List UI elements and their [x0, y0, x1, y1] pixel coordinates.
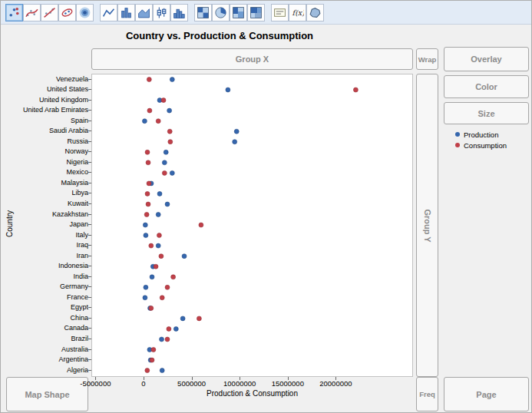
consumption-point[interactable] — [168, 140, 173, 144]
consumption-point[interactable] — [147, 181, 151, 186]
production-point[interactable] — [150, 275, 154, 279]
production-point[interactable] — [180, 316, 185, 321]
production-point[interactable] — [173, 327, 178, 332]
consumption-point[interactable] — [147, 78, 151, 82]
tool-ellipse-icon[interactable] — [58, 4, 76, 21]
production-point[interactable] — [226, 88, 230, 92]
drop-zone-wrap[interactable]: Wrap — [416, 48, 438, 70]
production-point[interactable] — [164, 150, 168, 154]
y-tick-mark — [88, 203, 91, 204]
consumption-point[interactable] — [147, 108, 152, 113]
svg-text:f(x): f(x) — [292, 8, 304, 17]
legend-marker-icon — [455, 132, 460, 137]
tool-histogram-icon[interactable] — [170, 4, 188, 21]
consumption-point[interactable] — [156, 119, 160, 124]
production-point[interactable] — [144, 285, 148, 289]
drop-zone-group-x[interactable]: Group X — [91, 48, 413, 70]
production-point[interactable] — [144, 233, 148, 238]
production-point[interactable] — [156, 243, 160, 248]
y-tick-mark — [88, 193, 91, 193]
consumption-point[interactable] — [145, 150, 150, 154]
consumption-point[interactable] — [160, 296, 164, 300]
drop-zone-group-x-label: Group X — [236, 55, 269, 64]
consumption-point[interactable] — [165, 285, 170, 289]
tool-box-plot-icon[interactable] — [153, 4, 170, 21]
consumption-point[interactable] — [150, 358, 154, 362]
plot-area[interactable] — [91, 74, 413, 377]
drop-zone-freq[interactable]: Freq — [416, 377, 438, 411]
tool-contour-icon[interactable] — [76, 4, 94, 21]
drop-zone-group-y[interactable]: Group Y — [416, 74, 438, 377]
consumption-point[interactable] — [157, 233, 161, 238]
y-tick-label: Iraq — [12, 241, 88, 249]
consumption-point[interactable] — [353, 88, 358, 92]
tool-area-icon[interactable] — [135, 4, 153, 21]
y-tick-label: China — [12, 314, 88, 322]
tool-heatmap-icon[interactable] — [194, 4, 212, 21]
tool-map-shapes-icon[interactable] — [306, 4, 324, 21]
legend-item-consumption[interactable]: Consumption — [455, 140, 507, 150]
tool-caption-box-icon[interactable] — [271, 4, 289, 21]
consumption-point[interactable] — [197, 316, 201, 321]
consumption-point[interactable] — [146, 202, 150, 206]
y-tick-mark — [88, 151, 91, 152]
production-point[interactable] — [143, 223, 147, 227]
y-tick-label: Brazil — [12, 335, 88, 342]
production-point[interactable] — [165, 202, 170, 206]
production-point[interactable] — [170, 78, 174, 82]
tool-points-icon[interactable] — [5, 4, 23, 21]
production-point[interactable] — [234, 129, 239, 134]
consumption-point[interactable] — [199, 223, 203, 227]
y-tick-mark — [88, 131, 91, 131]
consumption-point[interactable] — [154, 264, 158, 269]
y-tick-mark — [88, 245, 91, 246]
y-tick-label: Australia — [12, 345, 88, 353]
production-point[interactable] — [157, 191, 162, 196]
consumption-point[interactable] — [144, 213, 149, 217]
consumption-point[interactable] — [167, 129, 172, 134]
production-point[interactable] — [170, 170, 174, 175]
consumption-point[interactable] — [151, 348, 156, 352]
y-tick-mark — [88, 318, 91, 319]
production-point[interactable] — [156, 213, 160, 217]
tool-mosaic-icon[interactable] — [230, 4, 247, 21]
production-point[interactable] — [162, 160, 167, 165]
tool-bar-icon[interactable] — [117, 4, 135, 21]
consumption-point[interactable] — [145, 191, 150, 196]
consumption-point[interactable] — [161, 98, 166, 103]
consumption-point[interactable] — [171, 275, 176, 279]
production-point[interactable] — [233, 140, 237, 144]
legend-item-production[interactable]: Production — [455, 129, 507, 140]
consumption-point[interactable] — [165, 337, 170, 342]
tool-formula-icon[interactable]: f(x) — [289, 4, 306, 21]
drop-zone-color-label: Color — [475, 82, 497, 91]
production-point[interactable] — [167, 108, 172, 113]
tool-line-of-fit-icon[interactable] — [41, 4, 58, 21]
tool-line-icon[interactable] — [100, 4, 117, 21]
consumption-point[interactable] — [146, 160, 150, 165]
production-point[interactable] — [142, 119, 147, 124]
element-palette: f(x) — [1, 1, 532, 25]
y-tick-mark — [88, 214, 91, 215]
consumption-point[interactable] — [145, 368, 150, 373]
drop-zone-page[interactable]: Page — [444, 377, 529, 411]
drop-zone-freq-label: Freq — [419, 390, 435, 398]
y-tick-mark — [88, 359, 91, 360]
consumption-point[interactable] — [159, 254, 164, 259]
tool-smoother-icon[interactable] — [23, 4, 41, 21]
y-tick-mark — [88, 370, 91, 371]
consumption-point[interactable] — [149, 306, 154, 310]
drop-zone-color[interactable]: Color — [444, 75, 529, 98]
y-tick-mark — [88, 183, 91, 183]
consumption-point[interactable] — [149, 243, 154, 248]
production-point[interactable] — [182, 254, 187, 259]
production-point[interactable] — [160, 368, 164, 373]
drop-zone-overlay[interactable]: Overlay — [444, 47, 529, 71]
production-point[interactable] — [160, 337, 164, 342]
tool-pie-icon[interactable] — [212, 4, 230, 21]
drop-zone-size[interactable]: Size — [444, 102, 529, 124]
consumption-point[interactable] — [167, 327, 171, 332]
consumption-point[interactable] — [162, 170, 167, 175]
production-point[interactable] — [143, 296, 147, 300]
tool-treemap-icon[interactable] — [247, 4, 265, 21]
